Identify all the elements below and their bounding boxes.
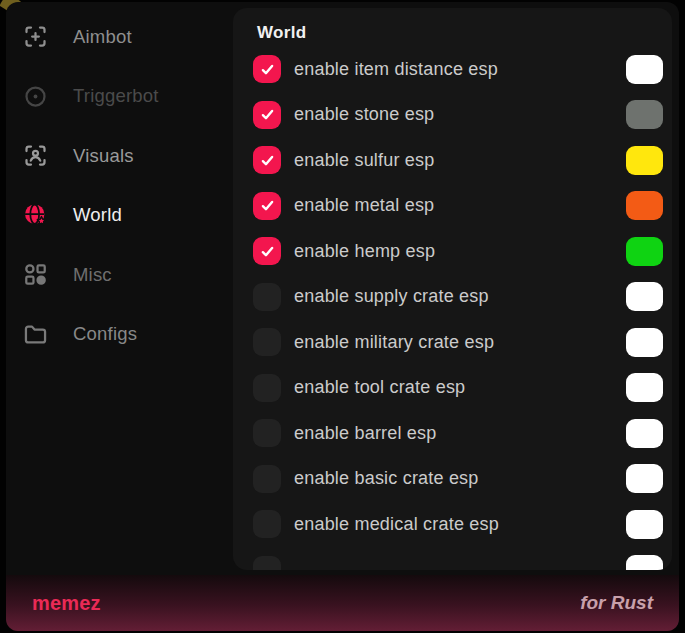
esp-option-row: enable basic crate esp (253, 465, 664, 493)
esp-option-row: enable tool crate esp (253, 374, 664, 402)
check-icon (259, 61, 276, 78)
footer-bar: memez for Rust (6, 575, 679, 631)
sidebar-item-visuals[interactable]: Visuals (6, 126, 233, 186)
esp-checkbox[interactable] (253, 510, 281, 538)
sidebar-item-misc[interactable]: Misc (6, 245, 233, 305)
esp-option-row (253, 556, 664, 571)
esp-color-swatch[interactable] (626, 191, 663, 220)
esp-option-label: enable metal esp (294, 195, 626, 216)
esp-option-label: enable stone esp (294, 104, 626, 125)
esp-checkbox[interactable] (253, 283, 281, 311)
esp-checkbox[interactable] (253, 556, 281, 571)
check-icon (259, 243, 276, 260)
world-globe-icon (22, 202, 49, 229)
esp-option-row: enable metal esp (253, 192, 664, 220)
panel-title: World (257, 23, 664, 43)
esp-option-row: enable stone esp (253, 101, 664, 129)
esp-checkbox[interactable] (253, 146, 281, 174)
check-icon (259, 152, 276, 169)
aimbot-crosshair-icon (22, 23, 49, 50)
esp-option-row: enable barrel esp (253, 419, 664, 447)
esp-checkbox[interactable] (253, 465, 281, 493)
esp-option-row: enable sulfur esp (253, 146, 664, 174)
esp-checkbox[interactable] (253, 328, 281, 356)
sidebar-item-label: Triggerbot (73, 85, 159, 107)
esp-color-swatch[interactable] (626, 555, 663, 570)
esp-option-row: enable item distance esp (253, 55, 664, 83)
esp-option-label: enable hemp esp (294, 241, 626, 262)
sidebar: AimbotTriggerbotVisualsWorldMiscConfigs (6, 2, 233, 573)
sidebar-item-label: World (73, 204, 122, 226)
esp-color-swatch[interactable] (626, 55, 663, 84)
esp-color-swatch[interactable] (626, 237, 663, 266)
esp-options-list: enable item distance espenable stone esp… (253, 55, 664, 570)
check-icon (259, 106, 276, 123)
esp-option-label: enable supply crate esp (294, 286, 626, 307)
esp-color-swatch[interactable] (626, 100, 663, 129)
brand-label: memez (32, 592, 101, 615)
esp-color-swatch[interactable] (626, 510, 663, 539)
esp-checkbox[interactable] (253, 55, 281, 83)
esp-option-row: enable hemp esp (253, 237, 664, 265)
esp-checkbox[interactable] (253, 192, 281, 220)
esp-checkbox[interactable] (253, 419, 281, 447)
sidebar-item-configs[interactable]: Configs (6, 305, 233, 365)
esp-color-swatch[interactable] (626, 419, 663, 448)
tagline-label: for Rust (580, 592, 653, 614)
sidebar-item-triggerbot[interactable]: Triggerbot (6, 67, 233, 127)
esp-color-swatch[interactable] (626, 282, 663, 311)
esp-option-label: enable barrel esp (294, 423, 626, 444)
world-panel: World enable item distance espenable sto… (233, 8, 672, 570)
esp-checkbox[interactable] (253, 237, 281, 265)
esp-option-label: enable military crate esp (294, 332, 626, 353)
triggerbot-target-icon (22, 83, 49, 110)
sidebar-item-label: Misc (73, 264, 112, 286)
sidebar-item-label: Visuals (73, 145, 134, 167)
sidebar-item-aimbot[interactable]: Aimbot (6, 7, 233, 67)
esp-color-swatch[interactable] (626, 464, 663, 493)
esp-option-row: enable military crate esp (253, 328, 664, 356)
esp-option-label: enable item distance esp (294, 59, 626, 80)
sidebar-item-label: Configs (73, 323, 137, 345)
misc-category-icon (22, 261, 49, 288)
esp-color-swatch[interactable] (626, 373, 663, 402)
esp-checkbox[interactable] (253, 101, 281, 129)
esp-color-swatch[interactable] (626, 328, 663, 357)
esp-option-label: enable tool crate esp (294, 377, 626, 398)
esp-option-row: enable supply crate esp (253, 283, 664, 311)
esp-option-label: enable sulfur esp (294, 150, 626, 171)
esp-option-row: enable medical crate esp (253, 510, 664, 538)
esp-option-label: enable basic crate esp (294, 468, 626, 489)
sidebar-item-label: Aimbot (73, 26, 132, 48)
check-icon (259, 197, 276, 214)
sidebar-item-world[interactable]: World (6, 186, 233, 246)
cheat-menu-window: AimbotTriggerbotVisualsWorldMiscConfigs … (6, 2, 679, 631)
cheat-menu-screen: AimbotTriggerbotVisualsWorldMiscConfigs … (0, 0, 685, 633)
esp-option-label: enable medical crate esp (294, 514, 626, 535)
esp-color-swatch[interactable] (626, 146, 663, 175)
configs-folder-icon (22, 321, 49, 348)
visuals-scan-icon (22, 142, 49, 169)
esp-checkbox[interactable] (253, 374, 281, 402)
